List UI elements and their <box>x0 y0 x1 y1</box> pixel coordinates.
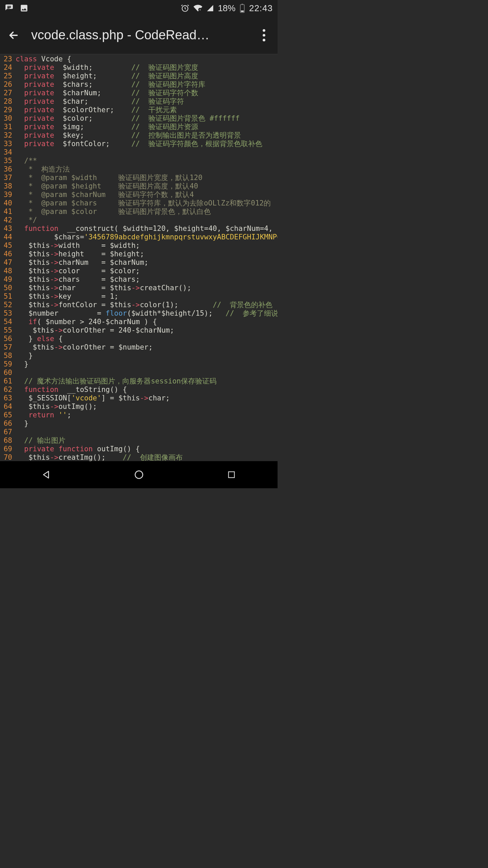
navigation-bar <box>0 461 278 488</box>
code-content: $this->charNum = $charNum; <box>16 258 278 267</box>
code-line: 70 $this->creatImg(); // 创建图像画布 <box>0 453 278 461</box>
line-number: 57 <box>0 343 16 352</box>
line-number: 46 <box>0 250 16 258</box>
code-content: } <box>16 352 278 360</box>
code-content: /** <box>16 157 278 165</box>
line-number: 44 <box>0 233 16 241</box>
code-content <box>16 428 278 436</box>
code-line: 37 * @param $width 验证码图片宽度，默认120 <box>0 174 278 182</box>
line-number: 48 <box>0 267 16 275</box>
svg-point-8 <box>263 39 265 41</box>
code-content: $this->height = $height; <box>16 250 278 258</box>
line-number: 33 <box>0 140 16 148</box>
code-content: $this->width = $width; <box>16 241 278 250</box>
line-number: 50 <box>0 284 16 292</box>
line-number: 35 <box>0 157 16 165</box>
line-number: 56 <box>0 335 16 343</box>
line-number: 43 <box>0 224 16 233</box>
nav-recent-button[interactable] <box>221 467 242 483</box>
status-left-icons <box>5 4 28 13</box>
line-number: 38 <box>0 182 16 191</box>
code-content: $this->char = $this->creatChar(); <box>16 284 278 292</box>
line-number: 55 <box>0 326 16 335</box>
code-content: $this->creatImg(); // 创建图像画布 <box>16 453 278 461</box>
code-line: 51 $this->key = 1; <box>0 292 278 301</box>
code-line: 45 $this->width = $width; <box>0 241 278 250</box>
code-line: 53 $number = floor($width*$height/15); /… <box>0 309 278 318</box>
code-content: $this->fontColor = $this->color(1); // 背… <box>16 301 278 309</box>
svg-rect-5 <box>241 11 244 12</box>
alarm-icon <box>181 4 189 13</box>
code-content: $this->colorOther = $number; <box>16 343 278 352</box>
code-content: private $width; // 验证码图片宽度 <box>16 63 278 72</box>
code-line: 35 /** <box>0 157 278 165</box>
line-number: 41 <box>0 208 16 216</box>
code-line: 67 <box>0 428 278 436</box>
line-number: 34 <box>0 148 16 157</box>
code-content: private $char; // 验证码字符 <box>16 97 278 106</box>
line-number: 53 <box>0 309 16 318</box>
line-number: 59 <box>0 360 16 369</box>
code-content: // 输出图片 <box>16 436 278 445</box>
code-line: 32 private $key; // 控制输出图片是否为透明背景 <box>0 131 278 140</box>
code-line: 65 return ''; <box>0 411 278 419</box>
code-line: 25 private $height; // 验证码图片高度 <box>0 72 278 80</box>
back-button[interactable] <box>5 27 22 43</box>
code-line: 34 <box>0 148 278 157</box>
code-content: } <box>16 360 278 369</box>
code-line: 68 // 输出图片 <box>0 436 278 445</box>
code-content: $_SESSION['vcode'] = $this->char; <box>16 394 278 402</box>
code-line: 28 private $char; // 验证码字符 <box>0 97 278 106</box>
code-line: 44 $chars='3456789abcdefghijkmnpqrstuvwx… <box>0 233 278 241</box>
code-line: 57 $this->colorOther = $number; <box>0 343 278 352</box>
code-content: $this->color = $color; <box>16 267 278 275</box>
line-number: 26 <box>0 80 16 89</box>
code-content: $this->colorOther = 240-$charNum; <box>16 326 278 335</box>
code-content: class Vcode { <box>16 55 278 63</box>
code-content: private $color; // 验证码图片背景色 #ffffff <box>16 114 278 123</box>
code-content: private function outImg() { <box>16 445 278 453</box>
battery-percent: 18% <box>218 3 236 14</box>
code-line: 66 } <box>0 419 278 428</box>
code-line: 63 $_SESSION['vcode'] = $this->char; <box>0 394 278 402</box>
line-number: 51 <box>0 292 16 301</box>
line-number: 32 <box>0 131 16 140</box>
line-number: 30 <box>0 114 16 123</box>
code-content: */ <box>16 216 278 224</box>
line-number: 62 <box>0 386 16 394</box>
line-number: 69 <box>0 445 16 453</box>
code-content: } <box>16 419 278 428</box>
code-content: $number = floor($width*$height/15); // 参… <box>16 309 278 318</box>
line-number: 31 <box>0 123 16 131</box>
line-number: 40 <box>0 199 16 208</box>
line-number: 49 <box>0 275 16 284</box>
line-number: 63 <box>0 394 16 402</box>
wifi-off-icon: × <box>194 4 202 13</box>
line-number: 23 <box>0 55 16 63</box>
code-editor[interactable]: 23class Vcode {24 private $width; // 验证码… <box>0 54 278 461</box>
code-line: 31 private $img; // 验证码图片资源 <box>0 123 278 131</box>
message-icon <box>5 4 14 13</box>
line-number: 45 <box>0 241 16 250</box>
line-number: 39 <box>0 191 16 199</box>
line-number: 25 <box>0 72 16 80</box>
line-number: 29 <box>0 106 16 114</box>
code-content: return ''; <box>16 411 278 419</box>
line-number: 37 <box>0 174 16 182</box>
line-number: 47 <box>0 258 16 267</box>
code-line: 48 $this->color = $color; <box>0 267 278 275</box>
code-line: 55 $this->colorOther = 240-$charNum; <box>0 326 278 335</box>
code-line: 52 $this->fontColor = $this->color(1); /… <box>0 301 278 309</box>
more-button[interactable] <box>256 27 272 43</box>
code-line: 62 function __toString() { <box>0 386 278 394</box>
code-line: 50 $this->char = $this->creatChar(); <box>0 284 278 292</box>
code-line: 58 } <box>0 352 278 360</box>
app-bar: vcode.class.php - CodeRead… <box>0 16 278 54</box>
code-content: private $charNum; // 验证码字符个数 <box>16 89 278 97</box>
nav-home-button[interactable] <box>128 467 150 483</box>
line-number: 28 <box>0 97 16 106</box>
code-content: * 构造方法 <box>16 165 278 174</box>
code-content <box>16 369 278 377</box>
code-line: 54 if( $number > 240-$charNum ) { <box>0 318 278 326</box>
nav-back-button[interactable] <box>36 467 57 483</box>
